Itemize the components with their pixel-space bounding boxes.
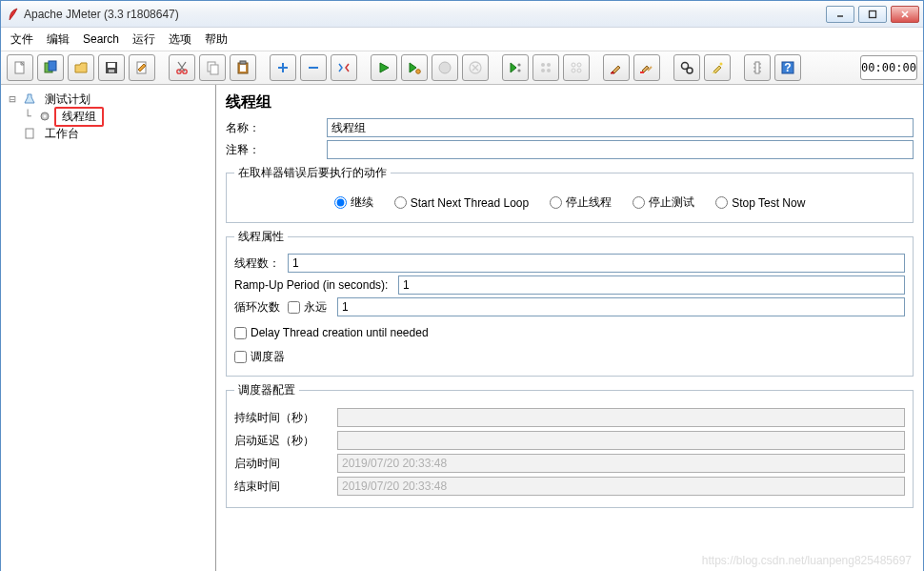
- menu-help[interactable]: 帮助: [205, 31, 228, 48]
- error-legend: 在取样器错误后要执行的动作: [234, 165, 391, 181]
- svg-rect-12: [211, 65, 218, 74]
- save-icon[interactable]: [98, 54, 125, 81]
- svg-rect-7: [109, 70, 114, 72]
- window-title: Apache JMeter (3.3 r1808647): [24, 8, 826, 21]
- tree-panel: ⊟ 测试计划 └ 线程组 工作台: [1, 85, 216, 571]
- svg-point-31: [720, 63, 723, 66]
- svg-point-26: [577, 63, 581, 67]
- timer-display: 00:00:00: [860, 55, 917, 80]
- tree-label: 测试计划: [39, 92, 96, 108]
- threads-label: 线程数：: [234, 255, 288, 272]
- svg-point-17: [439, 62, 451, 73]
- shutdown-icon[interactable]: [462, 54, 489, 81]
- maximize-button[interactable]: [858, 6, 887, 23]
- radio-stop-thread[interactable]: 停止线程: [550, 194, 612, 211]
- open-icon[interactable]: [68, 54, 94, 81]
- duration-label: 持续时间（秒）: [234, 410, 337, 426]
- scheduler-group: 调度器配置 持续时间（秒） 启动延迟（秒） 启动时间 结束时间: [226, 382, 914, 508]
- radio-stop-test[interactable]: 停止测试: [633, 194, 694, 211]
- tree-item-plan[interactable]: ⊟ 测试计划: [5, 91, 211, 108]
- main-panel: 线程组 名称： 注释： 在取样器错误后要执行的动作 继续 Start Next …: [216, 85, 923, 571]
- titlebar: Apache JMeter (3.3 r1808647): [1, 1, 923, 28]
- stop-icon[interactable]: [432, 54, 458, 81]
- svg-rect-1: [870, 10, 876, 17]
- expand-icon[interactable]: [270, 54, 296, 81]
- start-time-input: [337, 454, 905, 473]
- tree-item-workbench[interactable]: 工作台: [5, 125, 211, 142]
- gear-icon: [38, 110, 51, 123]
- svg-point-23: [541, 69, 545, 72]
- radio-stop-now[interactable]: Stop Test Now: [715, 194, 805, 211]
- delay-checkbox[interactable]: Delay Thread creation until needed: [234, 326, 429, 339]
- end-time-label: 结束时间: [234, 479, 337, 495]
- radio-next-loop[interactable]: Start Next Thread Loop: [394, 194, 530, 211]
- help-icon[interactable]: ?: [774, 54, 801, 81]
- remote-shutdown-icon[interactable]: [563, 54, 590, 81]
- svg-rect-4: [49, 61, 56, 71]
- comment-label: 注释：: [226, 142, 327, 158]
- svg-rect-32: [755, 62, 759, 73]
- menu-run[interactable]: 运行: [132, 31, 155, 48]
- ramp-input[interactable]: [398, 275, 905, 295]
- name-label: 名称：: [226, 120, 327, 136]
- loop-input[interactable]: [337, 297, 905, 316]
- window: Apache JMeter (3.3 r1808647) 文件 编辑 Searc…: [0, 0, 924, 571]
- close-button[interactable]: [891, 6, 919, 23]
- menu-options[interactable]: 选项: [169, 31, 191, 48]
- toggle-icon[interactable]: [331, 54, 357, 81]
- start-time-label: 启动时间: [234, 456, 337, 472]
- tree-label: 工作台: [39, 126, 85, 142]
- reset-search-icon[interactable]: [704, 54, 731, 81]
- minimize-button[interactable]: [826, 6, 854, 23]
- body: ⊟ 测试计划 └ 线程组 工作台 线程组 名称：: [1, 85, 923, 571]
- svg-point-25: [572, 63, 575, 67]
- threads-input[interactable]: [288, 254, 905, 273]
- name-input[interactable]: [327, 118, 914, 137]
- paste-icon[interactable]: [230, 54, 256, 81]
- edit-icon[interactable]: [129, 54, 155, 81]
- svg-point-19: [517, 63, 520, 66]
- startup-delay-input: [337, 431, 905, 450]
- svg-point-22: [547, 63, 551, 67]
- forever-checkbox[interactable]: 永远: [288, 299, 337, 316]
- props-legend: 线程属性: [234, 229, 288, 245]
- startup-delay-label: 启动延迟（秒）: [234, 433, 337, 449]
- svg-rect-6: [108, 63, 115, 68]
- end-time-input: [337, 477, 905, 496]
- search-tree-icon[interactable]: [673, 54, 700, 81]
- remote-stop-icon[interactable]: [532, 54, 559, 81]
- function-helper-icon[interactable]: [744, 54, 771, 81]
- thread-props-group: 线程属性 线程数： Ramp-Up Period (in seconds): 循…: [226, 229, 914, 377]
- svg-point-16: [416, 70, 421, 74]
- radio-continue[interactable]: 继续: [334, 194, 373, 211]
- duration-input: [337, 408, 905, 427]
- clear-all-icon[interactable]: [633, 54, 660, 81]
- scheduler-checkbox[interactable]: 调度器: [234, 349, 285, 365]
- svg-rect-37: [26, 129, 33, 138]
- copy-icon[interactable]: [199, 54, 226, 81]
- panel-heading: 线程组: [226, 92, 914, 112]
- svg-point-28: [577, 69, 581, 72]
- svg-rect-14: [240, 65, 246, 71]
- svg-point-21: [541, 63, 545, 67]
- collapse-icon[interactable]: [300, 54, 327, 81]
- menu-file[interactable]: 文件: [10, 31, 33, 48]
- cut-icon[interactable]: [169, 54, 195, 81]
- loop-label: 循环次数: [234, 299, 288, 316]
- new-icon[interactable]: [7, 54, 33, 81]
- menu-search[interactable]: Search: [83, 32, 119, 46]
- remote-start-icon[interactable]: [502, 54, 529, 81]
- tree-item-threadgroup[interactable]: └ 线程组: [5, 108, 211, 125]
- menu-edit[interactable]: 编辑: [47, 31, 70, 48]
- app-icon: [9, 8, 18, 21]
- menubar: 文件 编辑 Search 运行 选项 帮助: [1, 28, 923, 51]
- comment-input[interactable]: [327, 140, 914, 159]
- error-action-group: 在取样器错误后要执行的动作 继续 Start Next Thread Loop …: [226, 165, 914, 223]
- sched-legend: 调度器配置: [234, 382, 299, 398]
- start-no-pause-icon[interactable]: [401, 54, 428, 81]
- templates-icon[interactable]: [37, 54, 64, 81]
- toolbar: ? 00:00:00: [1, 51, 923, 85]
- start-icon[interactable]: [371, 54, 397, 81]
- clear-icon[interactable]: [603, 54, 630, 81]
- window-buttons: [826, 6, 919, 23]
